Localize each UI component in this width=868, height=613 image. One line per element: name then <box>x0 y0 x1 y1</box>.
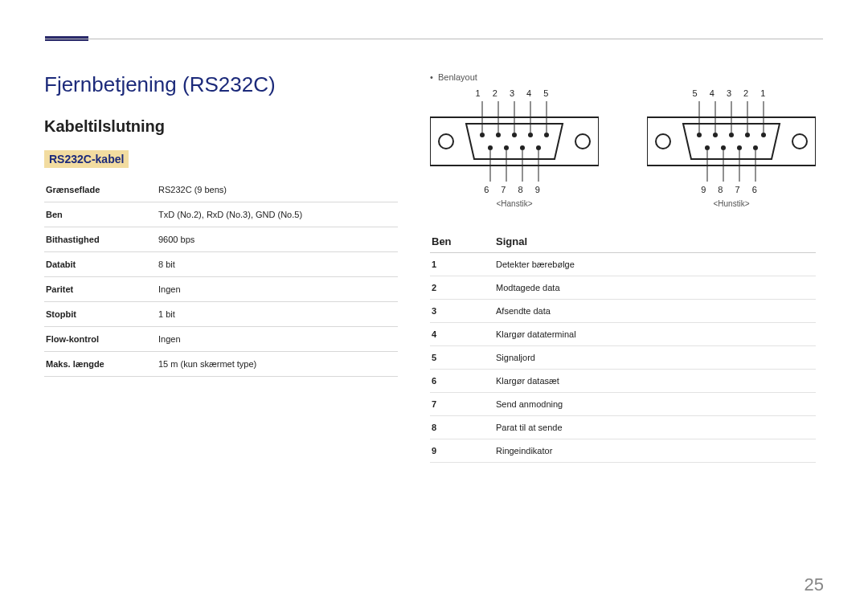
male-caption: <Hanstik> <box>430 199 599 208</box>
spec-value: Ingen <box>157 327 398 352</box>
table-row: 7Send anmodning <box>430 393 816 416</box>
spec-table: GrænsefladeRS232C (9 bens) BenTxD (No.2)… <box>44 178 398 377</box>
table-row: BenTxD (No.2), RxD (No.3), GND (No.5) <box>44 202 398 227</box>
svg-point-27 <box>713 133 718 137</box>
svg-point-10 <box>504 145 509 150</box>
spec-label: Grænseflade <box>44 178 157 202</box>
signal-cell: Klargør datasæt <box>494 370 816 393</box>
pin-cell: 5 <box>430 346 494 370</box>
spec-label: Ben <box>44 202 157 227</box>
pin-cell: 2 <box>430 276 494 300</box>
spec-value: 8 bit <box>157 252 398 277</box>
svg-point-11 <box>520 145 525 150</box>
female-connector: 5 4 3 2 1 9 8 7 6 <Hunstik <box>647 88 816 208</box>
spec-value: TxD (No.2), RxD (No.3), GND (No.5) <box>157 202 398 227</box>
pin-cell: 3 <box>430 300 494 323</box>
male-connector-icon <box>430 101 599 182</box>
svg-point-33 <box>737 145 742 150</box>
signal-cell: Afsendte data <box>494 300 816 323</box>
signal-cell: Klargør dataterminal <box>494 323 816 346</box>
spec-label: Bithastighed <box>44 227 157 252</box>
section-title: Kabeltilslutning <box>44 117 398 136</box>
svg-point-28 <box>729 133 734 137</box>
benlayout-label: Benlayout <box>438 72 477 82</box>
page-content: Fjernbetjening (RS232C) Kabeltilslutning… <box>44 72 824 463</box>
table-row: ParitetIngen <box>44 277 398 302</box>
spec-value: Ingen <box>157 277 398 302</box>
signal-head-pin: Ben <box>430 231 494 253</box>
table-row: GrænsefladeRS232C (9 bens) <box>44 178 398 202</box>
male-bottom-pins: 6 7 8 9 <box>430 185 599 194</box>
svg-point-26 <box>697 133 702 137</box>
connector-diagrams: 1 2 3 4 5 6 7 8 9 <Hanstik <box>430 88 816 208</box>
table-row: 4Klargør dataterminal <box>430 323 816 346</box>
svg-point-32 <box>721 145 726 150</box>
pin-cell: 9 <box>430 439 494 463</box>
signal-cell: Detekter bærebølge <box>494 253 816 276</box>
signal-cell: Modtagede data <box>494 276 816 300</box>
page-number: 25 <box>805 574 824 595</box>
table-row: Bithastighed9600 bps <box>44 227 398 252</box>
spec-value: 9600 bps <box>157 227 398 252</box>
signal-cell: Parat til at sende <box>494 416 816 439</box>
male-top-pins: 1 2 3 4 5 <box>430 88 599 98</box>
female-caption: <Hunstik> <box>647 199 816 208</box>
table-row: 6Klargør datasæt <box>430 370 816 393</box>
svg-point-29 <box>745 133 750 137</box>
spec-value: 15 m (kun skærmet type) <box>157 352 398 377</box>
svg-point-6 <box>512 133 517 137</box>
svg-point-34 <box>753 145 758 150</box>
spec-value: 1 bit <box>157 302 398 327</box>
svg-point-9 <box>488 145 493 150</box>
spec-label: Paritet <box>44 277 157 302</box>
header-rule <box>45 39 823 39</box>
signal-table: Ben Signal 1Detekter bærebølge 2Modtaged… <box>430 231 816 463</box>
svg-point-7 <box>528 133 533 137</box>
male-connector: 1 2 3 4 5 6 7 8 9 <Hanstik <box>430 88 599 208</box>
signal-cell: Ringeindikator <box>494 439 816 463</box>
table-row: Stopbit1 bit <box>44 302 398 327</box>
pin-cell: 1 <box>430 253 494 276</box>
svg-point-5 <box>496 133 501 137</box>
page-title: Fjernbetjening (RS232C) <box>44 72 398 97</box>
pin-cell: 7 <box>430 393 494 416</box>
table-row: 1Detekter bærebølge <box>430 253 816 276</box>
spec-value: RS232C (9 bens) <box>157 178 398 202</box>
table-row: 9Ringeindikator <box>430 439 816 463</box>
table-row: 3Afsendte data <box>430 300 816 323</box>
svg-point-4 <box>480 133 485 137</box>
female-connector-icon <box>647 101 816 182</box>
table-row: 8Parat til at sende <box>430 416 816 439</box>
svg-point-8 <box>544 133 549 137</box>
spec-label: Maks. længde <box>44 352 157 377</box>
table-row: Flow-kontrolIngen <box>44 327 398 352</box>
pin-cell: 4 <box>430 323 494 346</box>
svg-point-12 <box>536 145 541 150</box>
spec-label: Databit <box>44 252 157 277</box>
right-column: • Benlayout 1 2 3 4 5 <box>430 72 816 463</box>
pin-cell: 8 <box>430 416 494 439</box>
left-column: Fjernbetjening (RS232C) Kabeltilslutning… <box>44 72 398 463</box>
female-top-pins: 5 4 3 2 1 <box>647 88 816 98</box>
svg-point-31 <box>705 145 710 150</box>
signal-cell: Send anmodning <box>494 393 816 416</box>
signal-head-signal: Signal <box>494 231 816 253</box>
female-bottom-pins: 9 8 7 6 <box>647 185 816 194</box>
svg-point-30 <box>761 133 766 137</box>
pin-cell: 6 <box>430 370 494 393</box>
table-row: 5Signaljord <box>430 346 816 370</box>
benlayout-bullet: • Benlayout <box>430 72 816 82</box>
subsection-title: RS232C-kabel <box>44 150 129 168</box>
spec-label: Flow-kontrol <box>44 327 157 352</box>
table-row: Databit8 bit <box>44 252 398 277</box>
table-row: 2Modtagede data <box>430 276 816 300</box>
signal-cell: Signaljord <box>494 346 816 370</box>
spec-label: Stopbit <box>44 302 157 327</box>
table-row: Maks. længde15 m (kun skærmet type) <box>44 352 398 377</box>
